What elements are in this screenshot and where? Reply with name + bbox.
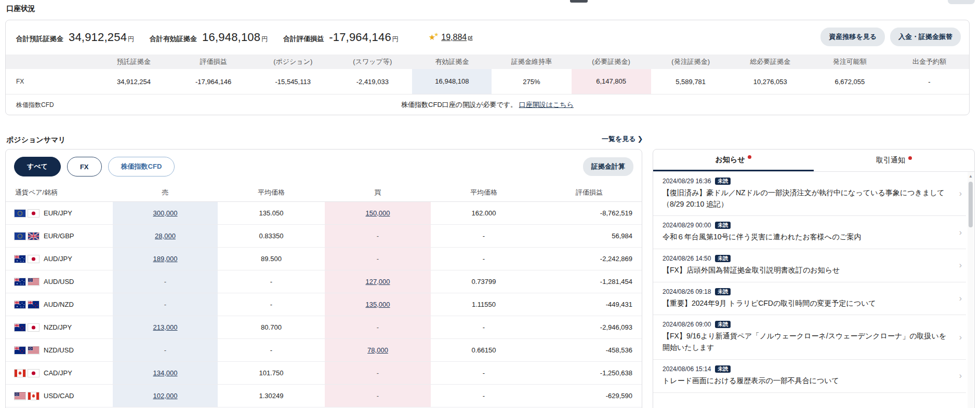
sell-avg-price: 135.050 (218, 209, 325, 217)
sell-cell: - (113, 293, 218, 316)
sell-amount-link[interactable]: 28,000 (155, 232, 176, 240)
account-cell: -15,545,113 (253, 78, 333, 86)
profit-loss: -458,536 (537, 346, 642, 354)
buy-cell: 150,000 (325, 202, 431, 224)
open-cfd-account-link[interactable]: 口座開設はこちら (519, 101, 574, 108)
news-date: 2024/08/06 15:14 (663, 365, 711, 373)
scroll-up-icon[interactable]: ▲ (968, 174, 973, 179)
positions-col-header: 通貨ペア/銘柄 (6, 188, 113, 197)
sell-avg-price: - (218, 278, 325, 285)
summary-unit: 円 (261, 35, 268, 44)
sell-cell: - (113, 270, 218, 293)
summary-label: 合計有効証拠金 (150, 34, 197, 44)
tab-notices[interactable]: お知らせ (653, 149, 814, 171)
flag-pair (14, 369, 39, 377)
account-buttons: 資産推移を見る 入金・証拠金振替 (820, 28, 961, 46)
buy-avg-price: - (431, 369, 537, 377)
summary-unit: 円 (392, 35, 399, 44)
sell-amount-link[interactable]: 189,000 (153, 255, 178, 263)
tab-all[interactable]: すべて (14, 157, 61, 176)
account-row-label: FX (6, 78, 94, 85)
news-item[interactable]: 2024/08/06 15:14未読トレード画面における履歴表示の一部不具合につ… (653, 360, 966, 393)
news-list: 2024/08/29 16:36未読【復旧済み】豪ドル／NZドルの一部決済注文が… (653, 172, 966, 408)
unread-badge: 未読 (715, 222, 731, 229)
buy-cell: - (325, 385, 431, 407)
unread-badge: 未読 (715, 178, 731, 185)
pair-label: AUD/NZD (44, 301, 74, 308)
profit-loss: -8,762,519 (537, 209, 642, 217)
unread-badge: 未読 (715, 288, 731, 295)
flag-pair (14, 255, 39, 263)
positions-col-header: 平均価格 (218, 188, 325, 197)
pair-cell: EUR/GBP (6, 232, 113, 240)
cfd-message-text: 株価指数CFD口座の開設が必要です。 (401, 101, 517, 108)
sell-avg-price: 0.83350 (218, 232, 325, 240)
flag-jp-icon (28, 255, 39, 263)
flag-ca-icon (14, 369, 26, 377)
sell-amount-link[interactable]: 134,000 (153, 369, 178, 377)
account-col-header: 発注可能額 (810, 57, 890, 66)
sell-avg-price: 101.750 (218, 369, 325, 377)
news-scrollbar-thumb[interactable] (969, 182, 973, 227)
buy-avg-price: - (431, 323, 537, 331)
flag-pair (14, 301, 39, 309)
sell-amount-link[interactable]: 300,000 (153, 209, 178, 217)
sell-avg-price: 89.500 (218, 255, 325, 263)
news-meta: 2024/08/26 14:50未読 (663, 255, 948, 262)
header-fragment-dark (570, 0, 588, 3)
buy-amount-link[interactable]: 127,000 (366, 278, 390, 285)
flag-us-icon (28, 346, 39, 355)
deposit-transfer-button[interactable]: 入金・証拠金振替 (890, 28, 961, 46)
profit-loss: -2,242,869 (537, 255, 642, 263)
news-date: 2024/08/29 16:36 (663, 178, 711, 185)
points-value[interactable]: 19,884 (441, 33, 467, 42)
news-item[interactable]: 2024/08/26 09:00未読【FX】9/16より新通貨ペア「ノルウェーク… (653, 315, 966, 359)
account-col-header: 有効証拠金 (412, 57, 492, 66)
news-title: トレード画面における履歴表示の一部不具合について (663, 375, 948, 387)
news-item[interactable]: 2024/08/29 00:00未読令和６年台風第10号に伴う災害に遭われたお客… (653, 216, 966, 249)
sell-amount-link[interactable]: 213,000 (153, 323, 178, 331)
sell-amount-link[interactable]: 102,000 (153, 392, 178, 400)
summary-value: 34,912,254 (69, 31, 127, 44)
margin-calc-button[interactable]: 証拠金計算 (583, 157, 633, 176)
pair-label: CAD/JPY (44, 369, 72, 377)
unread-badge: 未読 (715, 255, 731, 262)
pair-cell: AUD/NZD (6, 301, 113, 309)
view-all-label[interactable]: 一覧を見る (602, 135, 636, 143)
dash-label: - (377, 369, 379, 377)
profit-loss: -449,431 (537, 301, 642, 308)
tab-cfd[interactable]: 株価指数CFD (108, 157, 175, 176)
news-item[interactable]: 2024/08/26 09:18未読【重要】2024年9月 トラリピCFDの取引… (653, 282, 966, 316)
points-unit[interactable]: pt (468, 34, 472, 40)
buy-amount-link[interactable]: 150,000 (366, 209, 390, 217)
profit-loss: -2,946,093 (537, 323, 642, 331)
news-title: 令和６年台風第10号に伴う災害に遭われたお客様へのご案内 (663, 232, 948, 243)
asset-history-button[interactable]: 資産推移を見る (820, 28, 885, 46)
account-cell: 16,948,108 (412, 69, 492, 94)
chevron-right-icon: ❯ (638, 135, 643, 143)
buy-amount-link[interactable]: 78,000 (367, 346, 388, 354)
flag-gb-icon (28, 232, 39, 240)
view-all-link[interactable]: 一覧を見る❯ (602, 134, 643, 144)
news-meta: 2024/08/29 00:00未読 (663, 222, 948, 229)
buy-amount-link[interactable]: 135,000 (366, 301, 390, 308)
flag-jp-icon (28, 209, 39, 217)
pair-label: AUD/USD (44, 278, 74, 285)
flag-eu-icon (14, 232, 26, 240)
account-cell: 34,912,254 (94, 78, 174, 86)
sell-avg-price: - (218, 346, 325, 354)
news-title: 【重要】2024年9月 トラリピCFDの取引時間の変更予定について (663, 298, 948, 309)
news-item[interactable]: 2024/08/26 14:50未読【FX】店頭外国為替証拠金取引説明書改訂のお… (653, 249, 966, 282)
points-link[interactable]: ★★ 19,884 pt (429, 33, 473, 42)
header-fragment-gray (948, 0, 975, 4)
tab-trade-notifications[interactable]: 取引通知 (814, 149, 974, 171)
account-col-header: (スワップ等) (333, 57, 412, 66)
tab-fx[interactable]: FX (67, 157, 102, 176)
flag-au-icon (14, 278, 26, 286)
summary-value: -17,964,146 (329, 31, 391, 44)
news-item[interactable]: 2024/08/29 16:36未読【復旧済み】豪ドル／NZドルの一部決済注文が… (653, 172, 966, 216)
account-col-header: 総必要証拠金 (731, 57, 810, 66)
account-status-heading: 口座状況 (6, 4, 35, 13)
table-row: USD/CAD102,0001.30249---629,590 (6, 385, 642, 407)
sell-cell: 102,000 (113, 385, 218, 407)
